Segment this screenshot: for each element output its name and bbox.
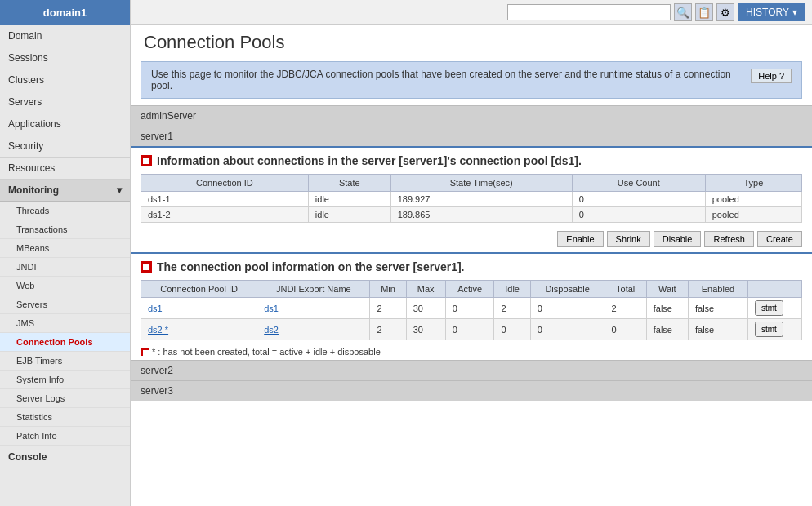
section1-heading: Information about connections in the ser… bbox=[131, 146, 812, 171]
server-row-server3[interactable]: server3 bbox=[131, 380, 812, 401]
history-label: HISTORY bbox=[746, 7, 789, 18]
search-button[interactable]: 🔍 bbox=[674, 3, 692, 21]
cell-type: pooled bbox=[705, 207, 801, 223]
sidebar-console[interactable]: Console bbox=[0, 446, 130, 468]
cell-stmt[interactable]: stmt bbox=[747, 319, 801, 340]
sidebar-item-patch-info[interactable]: Patch Info bbox=[0, 427, 130, 446]
col2-active: Active bbox=[445, 281, 494, 298]
section2-icon bbox=[141, 261, 152, 273]
cell-conn-id: ds1-2 bbox=[141, 207, 309, 223]
col2-idle: Idle bbox=[494, 281, 530, 298]
server-name-adminserver: adminServer bbox=[141, 110, 196, 122]
col2-enabled: Enabled bbox=[688, 281, 747, 298]
col2-jndi: JNDI Export Name bbox=[257, 281, 370, 298]
sidebar-item-system-info[interactable]: System Info bbox=[0, 371, 130, 389]
sidebar-item-mbeans[interactable]: MBeans bbox=[0, 239, 130, 258]
server-row-adminserver[interactable]: adminServer bbox=[131, 105, 812, 126]
settings-button[interactable]: ⚙ bbox=[716, 3, 734, 21]
col2-min: Min bbox=[370, 281, 406, 298]
cell-stmt[interactable]: stmt bbox=[747, 298, 801, 319]
sidebar-item-security[interactable]: Security bbox=[0, 135, 130, 158]
sidebar-item-server-logs[interactable]: Server Logs bbox=[0, 389, 130, 408]
info-text: Use this page to monitor the JDBC/JCA co… bbox=[151, 69, 743, 91]
search-input[interactable] bbox=[507, 4, 671, 20]
chevron-icon: ▾ bbox=[117, 184, 122, 196]
cell-state: idle bbox=[308, 207, 390, 223]
col2-total: Total bbox=[605, 281, 646, 298]
sidebar-monitoring-section[interactable]: Monitoring ▾ bbox=[0, 180, 130, 202]
main-panel: 🔍 📋 ⚙ HISTORY ▾ Connection Pools Use thi… bbox=[131, 0, 812, 506]
cell-idle: 2 bbox=[494, 298, 530, 319]
disable-button[interactable]: Disable bbox=[654, 231, 702, 247]
section1-heading-text: Information about connections in the ser… bbox=[157, 154, 582, 167]
server-name-server3: server3 bbox=[141, 385, 173, 397]
sidebar-item-statistics[interactable]: Statistics bbox=[0, 408, 130, 427]
server-row-server1[interactable]: server1 bbox=[131, 126, 812, 146]
sidebar-item-resources[interactable]: Resources bbox=[0, 158, 130, 180]
note-icon bbox=[141, 348, 149, 356]
cell-disposable: 0 bbox=[530, 319, 605, 340]
table-row: ds1-2 idle 189.865 0 pooled bbox=[141, 207, 802, 223]
sidebar-item-applications[interactable]: Applications bbox=[0, 113, 130, 135]
note-row: * : has not been created, total = active… bbox=[131, 344, 812, 360]
stmt-button[interactable]: stmt bbox=[755, 322, 783, 337]
server-row-server2[interactable]: server2 bbox=[131, 360, 812, 380]
sidebar-item-web[interactable]: Web bbox=[0, 277, 130, 295]
shrink-button[interactable]: Shrink bbox=[607, 231, 650, 247]
sidebar-item-servers-mon[interactable]: Servers bbox=[0, 295, 130, 314]
cell-min: 2 bbox=[370, 298, 406, 319]
cell-state-time: 189.865 bbox=[390, 207, 572, 223]
stmt-button[interactable]: stmt bbox=[755, 300, 783, 316]
col2-pool-id: Connection Pool ID bbox=[141, 281, 257, 298]
col2-wait: Wait bbox=[646, 281, 688, 298]
sidebar-item-domain[interactable]: Domain bbox=[0, 25, 130, 47]
col-use-count: Use Count bbox=[572, 175, 705, 192]
sidebar-item-jndi[interactable]: JNDI bbox=[0, 258, 130, 277]
refresh-button[interactable]: Refresh bbox=[704, 231, 754, 247]
cell-max: 30 bbox=[406, 319, 445, 340]
col2-action bbox=[747, 281, 801, 298]
export-button[interactable]: 📋 bbox=[695, 3, 713, 21]
col-connection-id: Connection ID bbox=[141, 175, 309, 192]
create-button[interactable]: Create bbox=[757, 231, 802, 247]
col-state-time: State Time(sec) bbox=[390, 175, 572, 192]
cell-jndi[interactable]: ds1 bbox=[257, 298, 370, 319]
cell-active: 0 bbox=[445, 319, 494, 340]
cell-jndi[interactable]: ds2 bbox=[257, 319, 370, 340]
topbar: 🔍 📋 ⚙ HISTORY ▾ bbox=[131, 0, 812, 25]
sidebar-item-threads[interactable]: Threads bbox=[0, 202, 130, 220]
sidebar-item-ejb-timers[interactable]: EJB Timers bbox=[0, 352, 130, 371]
server-name-server2: server2 bbox=[141, 365, 173, 376]
col2-disposable: Disposable bbox=[530, 281, 605, 298]
sidebar: domain1 Domain Sessions Clusters Servers… bbox=[0, 0, 131, 506]
cell-min: 2 bbox=[370, 319, 406, 340]
cell-use-count: 0 bbox=[572, 207, 705, 223]
table-row: ds1 ds1 2 30 0 2 0 2 false false stmt bbox=[141, 298, 802, 319]
section1-actions: Enable Shrink Disable Refresh Create bbox=[131, 226, 812, 252]
section2-table: Connection Pool ID JNDI Export Name Min … bbox=[141, 280, 802, 340]
sidebar-item-jms[interactable]: JMS bbox=[0, 314, 130, 333]
sidebar-title: domain1 bbox=[0, 0, 130, 25]
sidebar-item-transactions[interactable]: Transactions bbox=[0, 220, 130, 239]
col2-max: Max bbox=[406, 281, 445, 298]
cell-total: 0 bbox=[605, 319, 646, 340]
chevron-down-icon: ▾ bbox=[792, 7, 797, 18]
cell-use-count: 0 bbox=[572, 192, 705, 207]
history-button[interactable]: HISTORY ▾ bbox=[738, 3, 805, 21]
server-name-server1: server1 bbox=[141, 131, 173, 142]
sidebar-item-sessions[interactable]: Sessions bbox=[0, 47, 130, 69]
cell-state-time: 189.927 bbox=[390, 192, 572, 207]
sidebar-item-connection-pools[interactable]: Connection Pools bbox=[0, 333, 130, 352]
cell-pool-id[interactable]: ds2 * bbox=[141, 319, 257, 340]
col-state: State bbox=[308, 175, 390, 192]
sidebar-item-servers[interactable]: Servers bbox=[0, 91, 130, 113]
cell-wait: false bbox=[646, 319, 688, 340]
note-text: * : has not been created, total = active… bbox=[152, 347, 381, 357]
cell-type: pooled bbox=[705, 192, 801, 207]
cell-pool-id[interactable]: ds1 bbox=[141, 298, 257, 319]
table-row: ds1-1 idle 189.927 0 pooled bbox=[141, 192, 802, 207]
enable-button[interactable]: Enable bbox=[557, 231, 603, 247]
sidebar-item-clusters[interactable]: Clusters bbox=[0, 69, 130, 91]
help-button[interactable]: Help ? bbox=[751, 69, 792, 83]
topbar-right: 🔍 📋 ⚙ HISTORY ▾ bbox=[507, 3, 805, 21]
